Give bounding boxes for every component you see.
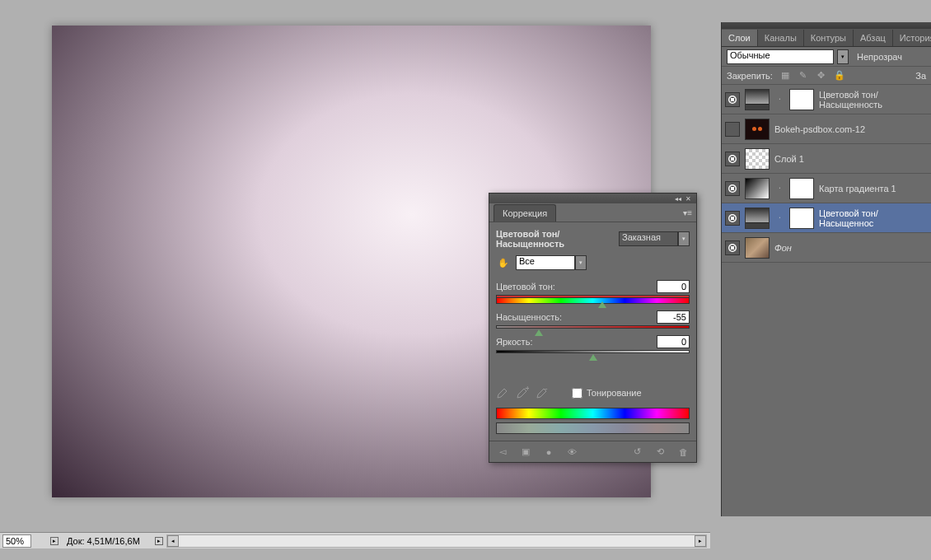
layer-name[interactable]: Фон	[774, 243, 928, 253]
layer-mask-thumbnail[interactable]	[789, 178, 814, 199]
visibility-toggle[interactable]	[725, 92, 740, 107]
scroll-right-icon[interactable]: ▸	[695, 535, 706, 547]
eye-icon	[728, 244, 737, 252]
link-icon[interactable]: ⬝	[774, 184, 784, 194]
tab-контуры[interactable]: Контуры	[804, 30, 854, 46]
layer-thumbnail[interactable]	[745, 89, 770, 110]
layer-name[interactable]: Цветовой тон/Насыщеннос	[819, 208, 928, 228]
previous-icon[interactable]: ↺	[630, 446, 643, 459]
targeted-adjust-icon[interactable]: ✋	[496, 255, 511, 270]
eyedropper-icon[interactable]	[496, 386, 509, 399]
blend-mode-select[interactable]: Обычные	[727, 49, 834, 64]
lock-transparency-icon[interactable]: ▦	[779, 70, 791, 82]
visibility-icon[interactable]: 👁	[565, 446, 578, 459]
horizontal-scrollbar[interactable]: ◂ ▸	[166, 534, 707, 548]
chevron-down-icon[interactable]: ▾	[575, 255, 587, 270]
adjustments-panel: ◂◂ ✕ Коррекция ▾≡ Цветовой тон/Насыщенно…	[489, 193, 697, 463]
lightness-slider[interactable]	[496, 350, 690, 353]
layer-thumbnail[interactable]	[745, 178, 770, 199]
layer-name[interactable]: Карта градиента 1	[819, 184, 928, 194]
layers-tabs: СлоиКаналыКонтурыАбзацИстория	[722, 29, 931, 47]
clip-icon[interactable]: ●	[542, 446, 555, 459]
eyedropper-subtract-icon[interactable]: -	[536, 386, 549, 399]
layer-mask-thumbnail[interactable]	[789, 89, 814, 110]
layer-mask-thumbnail[interactable]	[789, 208, 814, 229]
visibility-toggle[interactable]	[725, 240, 740, 255]
link-icon[interactable]: ⬝	[774, 213, 784, 223]
close-icon[interactable]: ✕	[685, 195, 694, 202]
tab-adjustments[interactable]: Коррекция	[494, 204, 556, 222]
layer-row[interactable]: ⬝Цветовой тон/Насыщенность	[722, 85, 931, 114]
panel-footer: ◅ ▣ ● 👁 ↺ ⟲ 🗑	[489, 441, 696, 462]
lock-label: Закрепить:	[727, 71, 773, 81]
layer-list: ⬝Цветовой тон/НасыщенностьBokeh-psdbox.c…	[722, 85, 931, 263]
adjustment-title: Цветовой тон/Насыщенность	[496, 229, 619, 249]
eye-icon	[728, 96, 737, 104]
saturation-input[interactable]	[657, 310, 690, 324]
visibility-toggle[interactable]	[725, 152, 740, 166]
panel-menu-icon[interactable]: ▾≡	[683, 208, 692, 217]
color-range-select[interactable]: Все	[516, 255, 575, 270]
link-icon[interactable]: ⬝	[774, 95, 784, 105]
preset-select[interactable]: Заказная	[619, 231, 678, 246]
input-color-strip	[496, 408, 690, 419]
colorize-label: Тонирование	[587, 388, 642, 398]
collapse-icon[interactable]: ◂◂	[675, 195, 683, 202]
layer-row[interactable]: Слой 1	[722, 144, 931, 174]
layer-thumbnail[interactable]	[745, 237, 770, 259]
tab-слои[interactable]: Слои	[722, 30, 758, 46]
layer-row[interactable]: ⬝Карта градиента 1	[722, 174, 931, 203]
layer-thumbnail[interactable]	[745, 119, 770, 140]
hue-label: Цветовой тон:	[496, 282, 555, 292]
lock-all-icon[interactable]: 🔒	[834, 70, 845, 82]
reset-icon[interactable]: ⟲	[653, 446, 667, 459]
hue-input[interactable]	[657, 280, 690, 293]
panel-titlebar[interactable]: ◂◂ ✕	[489, 194, 696, 203]
tab-каналы[interactable]: Каналы	[758, 30, 804, 46]
arrow-right-icon[interactable]: ▸	[155, 537, 163, 545]
saturation-slider[interactable]	[496, 325, 690, 329]
eye-icon	[728, 184, 737, 193]
chevron-down-icon[interactable]: ▾	[837, 49, 849, 64]
layer-name[interactable]: Bokeh-psdbox.com-12	[774, 124, 928, 134]
expand-icon[interactable]: ▣	[519, 446, 532, 459]
lock-pixels-icon[interactable]: ✎	[798, 70, 809, 82]
lightness-label: Яркость:	[496, 337, 532, 347]
eyedropper-add-icon[interactable]: +	[516, 386, 529, 399]
visibility-toggle[interactable]	[725, 211, 740, 226]
chevron-down-icon[interactable]: ▾	[678, 231, 690, 246]
panel-tabs: Коррекция ▾≡	[489, 203, 696, 222]
arrow-right-icon[interactable]: ▸	[50, 537, 58, 545]
trash-icon[interactable]: 🗑	[676, 446, 690, 459]
back-icon[interactable]: ◅	[496, 446, 509, 459]
visibility-toggle[interactable]	[725, 122, 740, 137]
colorize-checkbox[interactable]: Тонирование	[572, 388, 642, 399]
tab-абзац[interactable]: Абзац	[854, 30, 893, 46]
layer-row[interactable]: Bokeh-psdbox.com-12	[722, 114, 931, 144]
opacity-label: Непрозрач	[857, 52, 902, 62]
svg-text:+: +	[525, 386, 529, 393]
layer-name[interactable]: Слой 1	[774, 154, 928, 164]
layer-thumbnail[interactable]	[745, 148, 770, 170]
eye-icon	[728, 214, 737, 222]
status-bar: ▸ Док: 4,51M/16,6M ▸ ◂ ▸	[0, 532, 710, 548]
visibility-toggle[interactable]	[725, 181, 740, 196]
layer-row[interactable]: ⬝Цветовой тон/Насыщеннос	[722, 203, 931, 233]
lock-position-icon[interactable]: ✥	[816, 70, 827, 82]
hue-slider[interactable]	[496, 297, 690, 304]
document-info: Док: 4,51M/16,6M	[58, 536, 148, 546]
fill-label: За	[915, 71, 926, 81]
svg-text:-: -	[545, 386, 548, 393]
zoom-input[interactable]	[2, 534, 31, 548]
saturation-label: Насыщенность:	[496, 312, 562, 322]
layer-thumbnail[interactable]	[745, 208, 770, 229]
tab-история[interactable]: История	[893, 30, 931, 46]
lightness-input[interactable]	[657, 335, 690, 348]
output-color-strip	[496, 422, 690, 434]
layers-panel: СлоиКаналыКонтурыАбзацИстория Обычные ▾ …	[721, 22, 931, 516]
layer-name[interactable]: Цветовой тон/Насыщенность	[819, 90, 928, 110]
eye-icon	[728, 155, 737, 163]
dock-titlebar[interactable]	[722, 22, 931, 29]
layer-row[interactable]: Фон	[722, 233, 931, 263]
scroll-left-icon[interactable]: ◂	[167, 535, 179, 547]
